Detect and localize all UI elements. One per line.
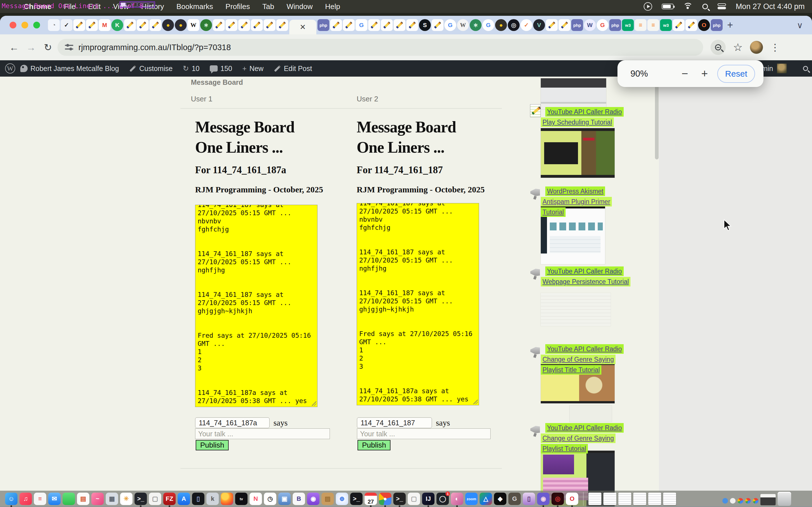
name-input-1[interactable] [195,417,269,428]
dock-app-icon[interactable]: k [206,493,219,505]
dock-minimized-window[interactable] [618,493,631,505]
dock-app-icon[interactable]: 27 [364,493,377,505]
dock-app-icon[interactable]: N [250,493,262,505]
browser-tab[interactable] [251,19,263,31]
talk-input-2[interactable] [357,429,491,439]
adminbar-customise[interactable]: Customise [124,60,177,76]
browser-tab[interactable] [73,19,85,31]
minimize-window-button[interactable] [21,22,28,29]
dock-minimized-tab[interactable] [738,498,743,504]
sidebar-link-genre-playlist[interactable]: YouTube API Caller Radio Change of Genre… [541,423,624,454]
browser-tab[interactable] [124,19,136,31]
dock-app-icon[interactable]: ▢ [149,493,161,505]
active-tab[interactable]: ✕ [289,20,316,34]
sidebar-link-play-scheduling[interactable]: YouTube API Caller Radio Play Scheduling… [541,107,624,128]
browser-tab[interactable]: W [188,19,199,31]
dock-app-icon[interactable]: ◎ [552,493,564,505]
close-tab-icon[interactable]: ✕ [300,23,306,32]
browser-tab[interactable]: w3 [622,19,634,31]
browser-tab[interactable]: ● [175,19,187,31]
browser-tab[interactable]: ≡ [647,19,659,31]
dock-app-icon[interactable]: ◉ [307,493,319,505]
browser-tab[interactable] [238,19,250,31]
messages-textarea-1[interactable]: 114_74_161_187 says at 27/10/2025 05:15 … [195,205,317,407]
publish-button-1[interactable]: Publish [196,440,229,450]
browser-tab[interactable] [264,19,275,31]
menu-bookmarks[interactable]: Bookmarks [170,2,219,11]
dock-app-icon[interactable]: ◉ [537,493,550,505]
browser-tab[interactable] [343,19,355,31]
adminbar-avatar[interactable] [777,64,786,73]
browser-tab[interactable] [276,19,288,31]
dock-app-icon[interactable]: ▤ [77,493,89,505]
menu-help[interactable]: Help [319,2,346,11]
thumbnail-video-cow[interactable] [541,128,615,178]
reload-icon[interactable]: ↻ [41,40,55,55]
dock-app-icon[interactable]: ☺ [5,493,17,505]
browser-tab[interactable]: G [356,19,367,31]
browser-tab[interactable] [546,19,558,31]
chrome-menu-icon[interactable]: ⋮ [770,42,780,53]
dock-app-icon[interactable] [63,493,75,505]
resize-handle-icon[interactable] [312,401,316,406]
adminbar-updates[interactable]: ↻ 10 [177,60,205,76]
dock-app-icon[interactable]: △ [479,493,492,505]
dock-minimized-window[interactable] [603,493,616,505]
browser-tab[interactable]: ∗ [200,19,212,31]
dock-app-icon[interactable] [221,493,233,505]
dock-app-icon[interactable]: ▯ [192,493,204,505]
browser-tab[interactable]: O [698,19,710,31]
resize-handle-icon[interactable] [473,400,478,404]
messages-textarea-2[interactable]: 114_74_161_187 says at 27/10/2025 05:15 … [357,203,479,405]
browser-tab[interactable] [559,19,570,31]
trash-icon[interactable] [777,492,791,506]
dock-app-icon[interactable]: ◐ [451,493,463,505]
publish-button-2[interactable]: Publish [357,440,391,450]
thumbnail-faint-document[interactable] [541,293,611,326]
forward-icon[interactable]: → [24,40,38,55]
browser-tab[interactable]: w3 [660,19,672,31]
back-icon[interactable]: ← [7,40,21,55]
dock-minimized-window[interactable] [633,493,646,505]
dock-app-icon[interactable]: ≡ [34,493,46,505]
adminbar-new[interactable]: + New [237,60,268,76]
adminbar-edit-post[interactable]: Edit Post [269,60,317,76]
browser-tab[interactable]: ◔ [48,19,60,31]
dock-minimized-tab[interactable] [730,498,735,504]
browser-tab[interactable]: ∗ [470,19,481,31]
dock-minimized-tab[interactable] [753,498,758,504]
talk-input-1[interactable] [195,429,330,439]
menu-window[interactable]: Window [280,2,319,11]
dock-app-icon[interactable]: ▦ [106,493,118,505]
dock-app-icon[interactable]: >_ [350,493,363,505]
adminbar-site-name[interactable]: Robert James Metcalfe Blog [15,60,124,76]
name-input-2[interactable] [357,417,432,428]
wordpress-logo-icon[interactable]: W [5,63,15,73]
browser-tab[interactable]: G [483,19,494,31]
battery-icon[interactable] [662,4,673,9]
dock-app-icon[interactable]: B [293,493,305,505]
screen-record-icon[interactable] [644,2,652,11]
dock-minimized-window[interactable] [648,493,661,505]
browser-tab[interactable]: G [444,19,456,31]
dock-app-icon[interactable]: ~ [91,493,104,505]
browser-tab[interactable]: G [597,19,608,31]
dock-minimized-tab[interactable] [745,498,751,504]
dock-window-preview[interactable] [760,494,776,505]
fullscreen-window-button[interactable] [33,22,40,29]
menubar-clock[interactable]: Mon 27 Oct 4:40 pm [735,2,805,11]
dock-minimized-tab[interactable] [722,498,728,504]
dock-app-icon[interactable]: ✉ [48,493,61,505]
browser-tab[interactable] [86,19,98,31]
url-text[interactable]: rjmprogramming.com.au/ITblog/?p=70318 [79,43,231,52]
browser-tab[interactable] [368,19,380,31]
dock-app-icon[interactable]: tv [235,493,248,505]
browser-tab[interactable]: ● [495,19,507,31]
new-tab-button[interactable]: + [723,19,738,31]
sidebar-thumbnail-partial[interactable] [541,78,606,109]
browser-tab[interactable]: ● [162,19,174,31]
browser-tab[interactable]: ✓ [61,19,72,31]
browser-tab[interactable] [381,19,393,31]
dock-minimized-window[interactable] [589,493,601,505]
dock-app-icon[interactable]: >_ [393,493,406,505]
